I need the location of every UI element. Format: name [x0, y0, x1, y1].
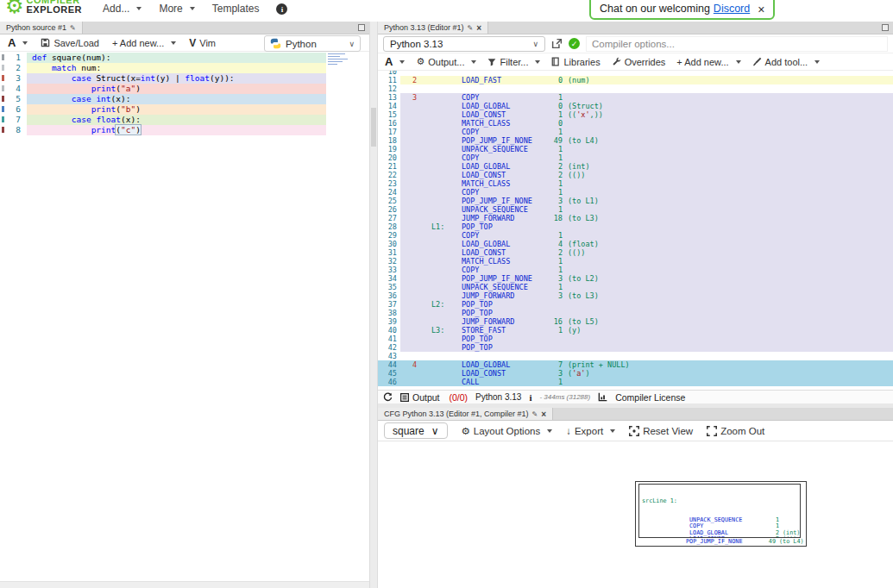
source-code-line[interactable]: 4 print("a")	[0, 84, 369, 94]
disasm-line[interactable]: 42POP_TOP	[378, 343, 893, 352]
disasm-line[interactable]: 33COPY1	[378, 266, 893, 274]
zoom-out-button[interactable]: Zoom Out	[707, 426, 764, 436]
layout-options-menu[interactable]: ⚙Layout Options	[462, 425, 553, 437]
export-menu[interactable]: ↓Export	[566, 426, 615, 436]
disasm-line[interactable]: 22LOAD_CONST2(())	[378, 171, 893, 179]
disasm-line[interactable]: 444LOAD_GLOBAL7(print + NULL)	[378, 360, 893, 369]
info-icon[interactable]: i	[529, 392, 531, 403]
disasm-line[interactable]: 26UNPACK_SEQUENCE1	[378, 205, 893, 214]
disasm-line[interactable]: 30LOAD_GLOBAL4(float)	[378, 240, 893, 248]
function-select[interactable]: square∨	[384, 422, 448, 439]
opcode: JUMP_FORWARD	[462, 291, 514, 300]
add-tool-button[interactable]: Add tool...	[752, 57, 821, 67]
disasm-line[interactable]: 112LOAD_FAST0(num)	[378, 76, 893, 84]
disasm-line[interactable]: 133COPY1	[378, 93, 893, 102]
cfg-tabrow: CFG Python 3.13 (Editor #1, Compiler #1)…	[378, 408, 893, 421]
disasm-line[interactable]: 34POP_JUMP_IF_NONE3(to L2)	[378, 274, 893, 283]
disasm-line[interactable]: 27JUMP_FORWARD18(to L3)	[378, 214, 893, 222]
disasm-line[interactable]: 43	[378, 352, 893, 360]
menu-templates[interactable]: Templates	[212, 3, 260, 15]
disasm-line[interactable]: 38POP_TOP	[378, 309, 893, 317]
disassembly-editor[interactable]: 10112LOAD_FAST0(num)12133COPY114LOAD_GLO…	[378, 71, 893, 390]
close-icon[interactable]: ×	[541, 410, 546, 419]
disasm-line[interactable]: 12	[378, 84, 893, 93]
output-menu[interactable]: ⚙Output...	[416, 56, 476, 67]
disasm-line[interactable]: 40L3:STORE_FAST1(y)	[378, 326, 893, 335]
disasm-line[interactable]: 15LOAD_CONST1(('x',))	[378, 110, 893, 119]
rename-icon[interactable]: ✎	[70, 24, 76, 32]
add-new-button[interactable]: + Add new...	[676, 57, 740, 67]
reset-view-button[interactable]: Reset View	[629, 426, 693, 436]
cfg-canvas[interactable]: POP_JUMP_IF_NONE49(to L4) srcLine 1: UNP…	[378, 441, 893, 588]
libraries-button[interactable]: Libraries	[551, 57, 600, 67]
close-icon[interactable]: ×	[758, 4, 764, 15]
cfg-block-srcline1[interactable]: srcLine 1: UNPACK_SEQUENCE1COPY1LOAD_GLO…	[638, 484, 801, 538]
jump-label: L3:	[431, 326, 444, 335]
maximize-icon[interactable]	[358, 24, 365, 31]
disasm-line[interactable]: 20COPY1	[378, 153, 893, 162]
disasm-line[interactable]: 19UNPACK_SEQUENCE1	[378, 145, 893, 153]
minimap[interactable]	[328, 53, 352, 72]
disasm-line[interactable]: 41POP_TOP	[378, 335, 893, 343]
disasm-line[interactable]: 31LOAD_CONST2(())	[378, 248, 893, 257]
disasm-line[interactable]: 14LOAD_GLOBAL0(Struct)	[378, 102, 893, 110]
save-load-button[interactable]: Save/Load	[41, 38, 99, 48]
operand-comment: (('x',))	[568, 110, 603, 119]
disasm-line[interactable]: 46CALL1	[378, 378, 893, 386]
source-code-line[interactable]: 5 case int(x):	[0, 94, 369, 104]
rename-icon[interactable]: ✎	[532, 410, 538, 418]
source-line-marker: 3	[412, 93, 417, 102]
font-size-button[interactable]: A	[8, 36, 28, 49]
output-toggle[interactable]: Output (0/0)	[400, 392, 468, 403]
info-icon[interactable]: i	[276, 3, 287, 15]
compiler-options-input[interactable]	[586, 36, 888, 52]
disasm-line[interactable]: 24COPY1	[378, 188, 893, 197]
overrides-button[interactable]: Overrides	[612, 57, 666, 67]
pane-splitter[interactable]	[369, 22, 378, 588]
chart-icon[interactable]	[598, 392, 607, 402]
font-size-button[interactable]: A	[385, 55, 405, 68]
filter-menu[interactable]: Filter...	[487, 57, 540, 67]
source-code-line[interactable]: 2 match num:	[0, 63, 369, 73]
disasm-line[interactable]: 21LOAD_GLOBAL2(int)	[378, 162, 893, 171]
disasm-line[interactable]: 28L1:POP_TOP	[378, 222, 893, 231]
disasm-line[interactable]: 18POP_JUMP_IF_NONE49(to L4)	[378, 136, 893, 145]
discord-link[interactable]: Discord	[714, 3, 750, 15]
compiler-select[interactable]: Python 3.13 ∨	[383, 36, 545, 52]
disasm-line[interactable]: 16MATCH_CLASS0	[378, 119, 893, 128]
disasm-line[interactable]: 45LOAD_CONST3('a')	[378, 369, 893, 378]
compiler-explorer-logo[interactable]: ⚙ COMPILER EXPLORER	[5, 0, 82, 22]
source-code-line[interactable]: 3 case Struct(x=int(y) | float(y)):	[0, 73, 369, 84]
compiler-license-link[interactable]: Compiler License	[615, 392, 685, 403]
source-code-line[interactable]: 1def square(num):	[0, 53, 369, 63]
disasm-line[interactable]: 32MATCH_CLASS1	[378, 257, 893, 266]
tab-compiler[interactable]: Python 3.13 (Editor #1) ✎ ×	[378, 22, 488, 34]
rename-icon[interactable]: ✎	[468, 24, 474, 32]
refresh-icon[interactable]	[383, 392, 393, 402]
disasm-line[interactable]: 36JUMP_FORWARD3(to L3)	[378, 291, 893, 300]
popout-icon[interactable]	[551, 38, 563, 49]
disasm-line[interactable]: 35UNPACK_SEQUENCE1	[378, 283, 893, 291]
disasm-line[interactable]: 39JUMP_FORWARD16(to L5)	[378, 317, 893, 326]
source-code-line[interactable]: 6 print("b")	[0, 104, 369, 115]
disasm-line[interactable]: 17COPY1	[378, 128, 893, 136]
source-code-line[interactable]: 8 print("c")	[0, 125, 369, 135]
disasm-line[interactable]: 23MATCH_CLASS1	[378, 179, 893, 188]
source-editor[interactable]: 1def square(num):2 match num:3 case Stru…	[0, 53, 369, 581]
maximize-icon[interactable]	[882, 24, 889, 31]
source-code-line[interactable]: 7 case float(x):	[0, 115, 369, 125]
language-select[interactable]: Python ∨	[264, 35, 361, 52]
logo-line2: EXPLORER	[27, 5, 83, 15]
add-new-button[interactable]: + Add new...	[112, 38, 176, 48]
menu-add[interactable]: Add...	[103, 3, 141, 15]
disasm-line[interactable]: 29COPY1	[378, 231, 893, 240]
tab-cfg[interactable]: CFG Python 3.13 (Editor #1, Compiler #1)…	[378, 408, 553, 420]
disasm-line[interactable]: 25POP_JUMP_IF_NONE3(to L1)	[378, 197, 893, 205]
tab-python-source[interactable]: Python source #1 ✎	[0, 22, 83, 34]
menu-more[interactable]: More	[159, 3, 194, 15]
vim-toggle[interactable]: VVim	[189, 37, 216, 49]
close-icon[interactable]: ×	[476, 23, 481, 33]
disasm-line[interactable]: 37L2:POP_TOP	[378, 300, 893, 309]
horizontal-scrollbar[interactable]	[0, 581, 369, 588]
scrollbar-thumb[interactable]	[371, 108, 376, 147]
